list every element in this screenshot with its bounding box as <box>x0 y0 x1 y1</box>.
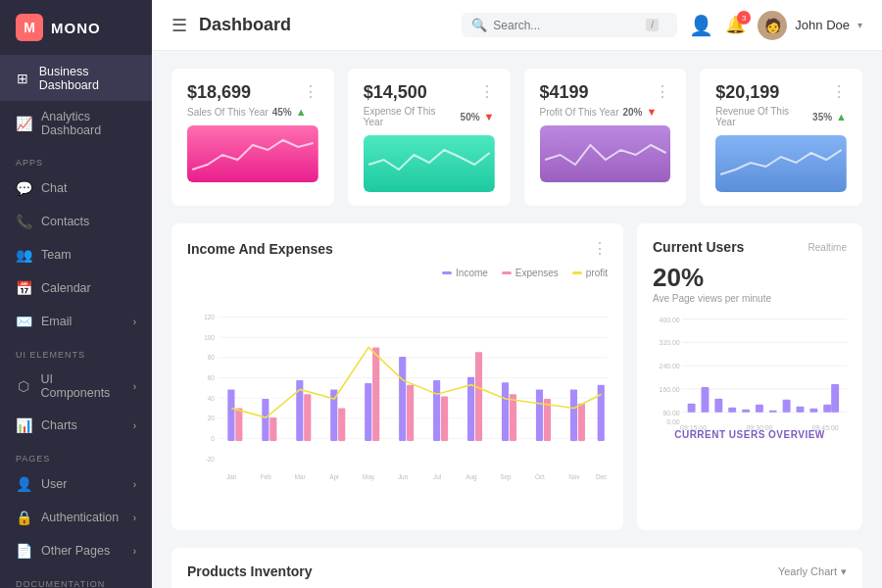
logo-icon: M <box>16 14 43 41</box>
notification-badge: 3 <box>737 11 751 24</box>
stat-value-sales: $18,699 <box>187 82 251 103</box>
grid-icon: ⊞ <box>16 71 29 86</box>
sidebar-item-label: User <box>41 477 67 491</box>
sidebar-item-authentication[interactable]: 🔒 Authentication › <box>0 501 152 534</box>
svg-rect-26 <box>338 409 345 441</box>
topbar: ☰ Dashboard 🔍 / 👤 🔔 3 🧑 John Doe ▾ <box>152 0 882 51</box>
svg-rect-25 <box>330 389 337 440</box>
more-options-icon[interactable]: ⋮ <box>479 82 495 101</box>
svg-rect-34 <box>475 352 482 441</box>
svg-text:320.00: 320.00 <box>660 339 680 346</box>
sidebar-item-ui-components[interactable]: ⬡ UI Components › <box>0 364 152 409</box>
svg-text:Jun: Jun <box>398 473 409 480</box>
svg-text:Mar: Mar <box>295 473 306 480</box>
sidebar-item-business-dashboard[interactable]: ⊞ Business Dashboard <box>0 56 152 101</box>
legend-dot-profit <box>572 271 582 274</box>
stat-card-expense: $14,500 ⋮ Expense Of This Year 50% ▼ <box>348 69 511 206</box>
svg-rect-41 <box>598 385 605 441</box>
svg-text:60: 60 <box>208 374 216 381</box>
avatar: 🧑 <box>758 11 787 40</box>
stat-pct-revenue: 35% <box>812 112 832 122</box>
stat-chart-profit <box>540 125 671 182</box>
legend-expenses: Expenses <box>502 268 559 278</box>
svg-rect-71 <box>769 411 777 413</box>
svg-rect-70 <box>756 405 763 413</box>
products-card: Products Inventory Yearly Chart ▾ <box>172 548 862 588</box>
trend-up-icon: ▲ <box>296 106 307 118</box>
sidebar-item-label: Business Dashboard <box>39 65 136 92</box>
search-shortcut: / <box>646 19 659 31</box>
svg-text:400.00: 400.00 <box>660 317 680 323</box>
sidebar-item-email[interactable]: ✉️ Email › <box>0 305 152 338</box>
stat-label-sales: Sales Of This Year <box>187 107 269 118</box>
calendar-icon: 📅 <box>16 280 31 296</box>
chart-selector[interactable]: Yearly Chart ▾ <box>778 565 847 578</box>
svg-rect-22 <box>270 417 276 441</box>
more-options-icon[interactable]: ⋮ <box>655 82 670 101</box>
svg-rect-36 <box>510 394 516 441</box>
current-users-subtitle: Ave Page views per minute <box>653 293 847 304</box>
svg-rect-72 <box>783 400 791 413</box>
more-options-icon[interactable]: ⋮ <box>831 82 847 101</box>
svg-rect-35 <box>502 382 509 441</box>
more-options-icon[interactable]: ⋮ <box>303 82 318 101</box>
user-name: John Doe <box>795 18 850 32</box>
sidebar-item-other-pages[interactable]: 📄 Other Pages › <box>0 534 152 567</box>
profile-card-icon[interactable]: 👤 <box>689 14 713 37</box>
user-info[interactable]: 🧑 John Doe ▾ <box>758 11 862 40</box>
sidebar-item-user[interactable]: 👤 User › <box>0 467 152 501</box>
chevron-right-icon: › <box>133 513 136 523</box>
stat-card-sales: $18,699 ⋮ Sales Of This Year 45% ▲ <box>172 69 334 206</box>
sidebar-item-label: Other Pages <box>41 544 110 558</box>
income-chart-title: Income And Expenses <box>187 241 333 257</box>
realtime-label: Realtime <box>808 242 847 253</box>
current-users-card: Current Users Realtime 20% Ave Page view… <box>637 223 862 530</box>
team-icon: 👥 <box>16 247 31 263</box>
svg-rect-67 <box>714 399 722 413</box>
stat-label-expense: Expense Of This Year <box>364 106 457 127</box>
svg-text:80.00: 80.00 <box>662 410 679 416</box>
menu-icon[interactable]: ☰ <box>172 15 187 36</box>
current-users-overview-link[interactable]: CURRENT USERS OVERVIEW <box>653 429 847 440</box>
stat-card-profit: $4199 ⋮ Profit Of This Year 20% ▼ <box>524 69 687 206</box>
sidebar-item-label: Team <box>41 248 72 262</box>
sidebar-item-label: Chat <box>41 181 67 195</box>
search-input[interactable] <box>493 19 640 32</box>
svg-rect-40 <box>578 404 585 441</box>
trend-down-icon: ▼ <box>484 111 495 122</box>
stat-chart-expense <box>364 135 495 192</box>
income-chart-card: Income And Expenses ⋮ Income Expenses pr… <box>172 223 623 530</box>
svg-rect-74 <box>809 409 817 413</box>
components-icon: ⬡ <box>16 378 31 394</box>
bar-chart: 120 100 80 60 40 20 0 -20 <box>187 286 608 514</box>
svg-rect-19 <box>227 389 234 440</box>
sidebar-item-charts[interactable]: 📊 Charts › <box>0 409 152 442</box>
section-ui-label: UI ELEMENTS <box>0 338 152 364</box>
email-icon: ✉️ <box>16 314 31 329</box>
svg-rect-68 <box>728 408 736 413</box>
sidebar-item-contacts[interactable]: 📞 Contacts <box>0 205 152 238</box>
sidebar-item-analytics-dashboard[interactable]: 📈 Analytics Dashboard <box>0 101 152 146</box>
svg-rect-76 <box>831 384 839 413</box>
sidebar-item-team[interactable]: 👥 Team <box>0 238 152 271</box>
sidebar-logo: M MONO <box>0 0 152 56</box>
svg-rect-65 <box>688 404 696 413</box>
svg-text:Aug: Aug <box>466 473 477 481</box>
chart-legend: Income Expenses profit <box>187 268 608 278</box>
svg-text:100: 100 <box>204 334 215 341</box>
svg-rect-33 <box>467 377 474 441</box>
svg-text:160.00: 160.00 <box>660 386 680 393</box>
svg-text:Feb: Feb <box>261 473 271 480</box>
section-pages-label: PAGES <box>0 442 152 467</box>
sidebar-item-chat[interactable]: 💬 Chat <box>0 172 152 205</box>
svg-rect-24 <box>304 394 311 441</box>
notification-icon[interactable]: 🔔 3 <box>725 15 746 35</box>
user-icon: 👤 <box>16 476 31 492</box>
svg-rect-27 <box>365 383 371 441</box>
trend-down-icon: ▼ <box>646 106 657 118</box>
more-options-icon[interactable]: ⋮ <box>592 239 608 258</box>
svg-text:Dec: Dec <box>596 473 607 480</box>
stat-value-revenue: $20,199 <box>715 82 779 103</box>
sidebar-item-label: Analytics Dashboard <box>41 110 136 137</box>
sidebar-item-calendar[interactable]: 📅 Calendar <box>0 271 152 305</box>
